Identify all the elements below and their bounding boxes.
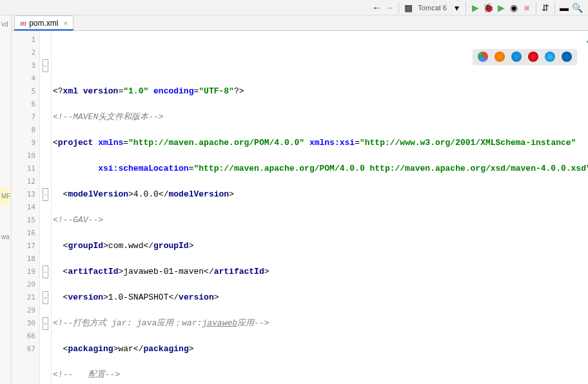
- line-number: 17: [12, 240, 39, 253]
- tab-pom-xml[interactable]: m pom.xml ×: [14, 15, 74, 30]
- line-number: 30: [12, 317, 39, 330]
- line-number: 8: [12, 124, 39, 137]
- search-icon[interactable]: 🔍: [571, 2, 583, 14]
- line-number: 13: [12, 188, 39, 201]
- left-tool-strip: vd MF wa: [0, 15, 12, 384]
- line-number: 14: [12, 201, 39, 214]
- line-number: 20: [12, 278, 39, 291]
- chrome-icon[interactable]: [478, 52, 488, 62]
- editor-area: m pom.xml × 1234567891011121314151617181…: [12, 15, 588, 384]
- code-view[interactable]: ✔ <?xml version="1.0" encoding="UTF-8"?>…: [52, 31, 588, 384]
- line-number: 66: [12, 330, 39, 343]
- main-toolbar: ← → ▦ Tomcat 6 ▾ ▶ 🐞 ▶ ◉ ■ ⇵ ▬ 🔍: [0, 0, 588, 15]
- run-config-icon[interactable]: ▦: [402, 2, 414, 14]
- coverage-icon[interactable]: ▶: [495, 2, 507, 14]
- line-number: 19: [12, 265, 39, 278]
- debug-icon[interactable]: 🐞: [482, 2, 494, 14]
- line-number: 16: [12, 227, 39, 240]
- profile-icon[interactable]: ◉: [508, 2, 520, 14]
- left-label-vd: vd: [0, 15, 11, 33]
- stop-icon[interactable]: ■: [521, 2, 533, 14]
- dropdown-icon[interactable]: ▾: [451, 2, 462, 14]
- line-number: 11: [12, 162, 39, 175]
- fold-toggle[interactable]: +: [43, 291, 48, 304]
- fold-toggle[interactable]: −: [43, 188, 48, 201]
- line-gutter: 1234567891011121314151617181920212930666…: [12, 31, 40, 384]
- firefox-icon[interactable]: [495, 52, 505, 62]
- fold-column: −−−++: [40, 31, 52, 384]
- editor-tabs: m pom.xml ×: [12, 15, 588, 31]
- edge-icon[interactable]: [562, 52, 572, 62]
- line-number: 5: [12, 85, 39, 98]
- vcs-icon[interactable]: ⇵: [540, 2, 551, 14]
- maven-file-icon: m: [20, 18, 26, 28]
- left-label-mf: MF: [0, 187, 11, 205]
- line-number: 12: [12, 175, 39, 188]
- tab-label: pom.xml: [29, 19, 58, 28]
- editor-body[interactable]: 1234567891011121314151617181920212930666…: [12, 31, 588, 384]
- line-number: 67: [12, 343, 39, 356]
- line-number: 2: [12, 46, 39, 59]
- line-number: 18: [12, 253, 39, 265]
- line-number: 29: [12, 304, 39, 317]
- line-number: 15: [12, 214, 39, 227]
- line-number: 10: [12, 149, 39, 162]
- ie-icon[interactable]: [545, 52, 555, 62]
- opera-icon[interactable]: [528, 52, 538, 62]
- line-number: 9: [12, 137, 39, 149]
- fold-toggle[interactable]: +: [43, 317, 48, 330]
- fold-toggle[interactable]: −: [43, 265, 48, 278]
- back-icon[interactable]: ←: [371, 2, 382, 14]
- line-number: 3: [12, 59, 39, 72]
- forward-icon[interactable]: →: [384, 2, 395, 14]
- run-icon[interactable]: ▶: [469, 2, 481, 14]
- browser-preview-icons[interactable]: [473, 49, 577, 64]
- line-number: 4: [12, 72, 39, 85]
- close-icon[interactable]: ×: [63, 19, 67, 27]
- line-number: 21: [12, 291, 39, 304]
- line-number: 6: [12, 98, 39, 111]
- line-number: 7: [12, 111, 39, 124]
- layout-icon[interactable]: ▬: [558, 2, 570, 14]
- run-config-label[interactable]: Tomcat 6: [415, 4, 449, 12]
- fold-toggle[interactable]: −: [43, 59, 48, 72]
- left-label-wa: wa: [0, 232, 11, 242]
- safari-icon[interactable]: [511, 52, 522, 62]
- line-number: 1: [12, 34, 39, 46]
